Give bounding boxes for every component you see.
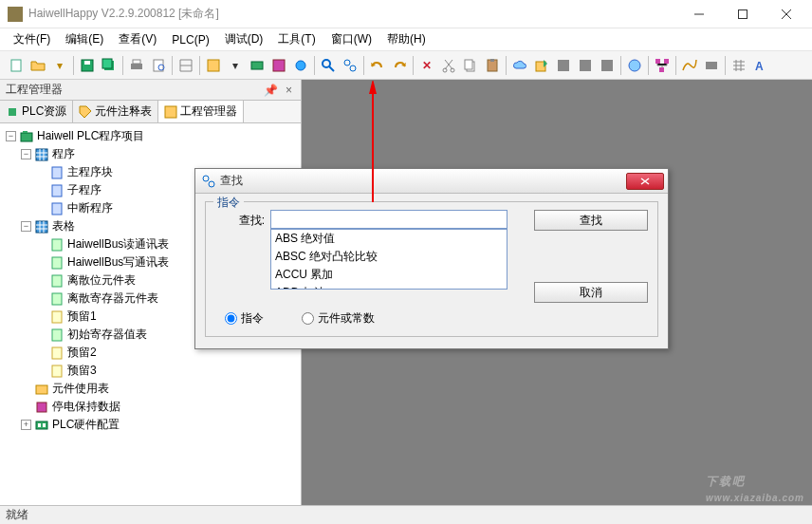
- dialog-close-button[interactable]: [626, 173, 664, 190]
- expander-icon[interactable]: −: [6, 131, 16, 141]
- tree-label: 子程序: [67, 182, 102, 198]
- svg-rect-52: [36, 421, 47, 429]
- tree-hardware[interactable]: +PLC硬件配置: [19, 416, 297, 434]
- svg-rect-46: [52, 311, 62, 323]
- tb-preview[interactable]: [148, 55, 169, 76]
- tab-project-manager[interactable]: 工程管理器: [158, 101, 244, 122]
- tb-curve[interactable]: [679, 55, 700, 76]
- list-item[interactable]: ADD 加法: [271, 284, 507, 290]
- menu-help[interactable]: 帮助(H): [381, 29, 432, 49]
- app-icon: [8, 7, 23, 22]
- menu-edit[interactable]: 编辑(E): [60, 29, 109, 49]
- minimize-button[interactable]: [677, 1, 721, 28]
- find-icon: [201, 174, 216, 189]
- doc-green-icon: [49, 291, 65, 307]
- svg-rect-39: [52, 185, 62, 196]
- list-item[interactable]: ACCU 累加: [271, 266, 507, 284]
- panel-pin-icon[interactable]: 📌: [261, 84, 281, 97]
- tb-block1[interactable]: [553, 55, 574, 76]
- menu-tools[interactable]: 工具(T): [272, 29, 321, 49]
- tab-plc-resource[interactable]: PLC资源: [0, 101, 73, 122]
- expander-icon[interactable]: −: [21, 221, 31, 232]
- tb-delete[interactable]: ✕: [416, 55, 437, 76]
- tb-undo[interactable]: [367, 55, 388, 76]
- cancel-button[interactable]: 取消: [534, 282, 648, 303]
- tb-redo[interactable]: [389, 55, 410, 76]
- tb-findnext[interactable]: [340, 55, 360, 76]
- tb-network[interactable]: [652, 55, 673, 76]
- tb-recent[interactable]: ▾: [49, 55, 70, 76]
- tb-find[interactable]: [318, 55, 339, 76]
- search-input[interactable]: [270, 210, 508, 229]
- tb-online[interactable]: [290, 55, 311, 76]
- svg-rect-38: [52, 167, 62, 178]
- chip-icon: [6, 105, 19, 119]
- tb-compile[interactable]: [203, 55, 224, 76]
- tab-comment-table[interactable]: 元件注释表: [73, 101, 158, 122]
- svg-rect-51: [37, 402, 46, 412]
- svg-rect-28: [655, 59, 660, 64]
- panel-close-icon[interactable]: ×: [283, 84, 295, 97]
- menu-file[interactable]: 文件(F): [8, 29, 56, 49]
- menu-debug[interactable]: 调试(D): [219, 29, 269, 49]
- tb-cut[interactable]: [438, 55, 459, 76]
- tb-save[interactable]: [77, 55, 98, 76]
- tree-usage[interactable]: 元件使用表: [19, 380, 297, 398]
- tb-saveall[interactable]: [99, 55, 120, 76]
- status-text: 就绪: [6, 507, 28, 523]
- tb-open[interactable]: [28, 55, 48, 76]
- tb-copy[interactable]: [460, 55, 481, 76]
- tree-label: 预留1: [67, 309, 97, 325]
- svg-rect-37: [36, 149, 47, 160]
- radio-component[interactable]: 元件或常数: [302, 310, 375, 327]
- tb-grid[interactable]: [729, 55, 749, 76]
- expander-icon[interactable]: +: [21, 420, 31, 430]
- expander-icon[interactable]: −: [21, 149, 31, 159]
- tb-tool1[interactable]: [701, 55, 722, 76]
- tb-block2[interactable]: [575, 55, 596, 76]
- tree-item[interactable]: 预留3: [34, 362, 297, 380]
- tb-monitor[interactable]: [624, 55, 645, 76]
- doc-green-icon: [49, 328, 65, 343]
- tb-new[interactable]: [6, 55, 27, 76]
- tab-label: 元件注释表: [95, 103, 152, 120]
- tree-retain[interactable]: 停电保持数据: [19, 398, 297, 416]
- svg-rect-50: [36, 385, 47, 394]
- menu-plc[interactable]: PLC(P): [166, 31, 214, 48]
- find-button[interactable]: 查找: [534, 210, 648, 231]
- svg-rect-31: [706, 62, 717, 69]
- svg-rect-12: [273, 60, 285, 71]
- dialog-titlebar[interactable]: 查找: [195, 169, 668, 194]
- svg-rect-6: [131, 64, 142, 69]
- tb-upload[interactable]: [268, 55, 289, 76]
- menu-view[interactable]: 查看(V): [113, 29, 162, 49]
- svg-rect-48: [52, 347, 62, 359]
- list-item[interactable]: ABSC 绝对凸轮比较: [271, 248, 507, 266]
- hardware-icon: [34, 418, 49, 433]
- tree-program-group[interactable]: − 程序: [19, 145, 297, 163]
- close-button[interactable]: [765, 1, 808, 28]
- maximize-button[interactable]: [721, 1, 765, 28]
- tree-root[interactable]: − Haiwell PLC程序项目: [4, 127, 297, 145]
- tb-cloud[interactable]: [509, 55, 530, 76]
- list-item[interactable]: ABS 绝对值: [271, 230, 507, 248]
- tb-text[interactable]: A: [750, 55, 771, 76]
- tb-block3[interactable]: [597, 55, 618, 76]
- svg-point-16: [350, 66, 356, 71]
- tb-download[interactable]: [247, 55, 268, 76]
- tree-label: 主程序块: [67, 164, 113, 180]
- radio-instruction[interactable]: 指令: [225, 310, 264, 327]
- toolbar: ▾ ▾ ✕ A: [0, 51, 812, 80]
- svg-rect-8: [154, 60, 163, 71]
- instruction-listbox[interactable]: ABS 绝对值 ABSC 绝对凸轮比较 ACCU 累加 ADD 加法: [270, 229, 508, 290]
- tb-print[interactable]: [126, 55, 147, 76]
- tb-ladder[interactable]: [175, 55, 196, 76]
- panel-tabs: PLC资源 元件注释表 工程管理器: [0, 101, 301, 123]
- tb-paste[interactable]: [482, 55, 503, 76]
- menu-window[interactable]: 窗口(W): [325, 29, 378, 49]
- svg-rect-53: [38, 423, 41, 427]
- svg-text:A: A: [755, 60, 764, 73]
- tb-export[interactable]: [531, 55, 552, 76]
- tb-compile-down[interactable]: ▾: [225, 55, 246, 76]
- svg-rect-3: [84, 61, 90, 65]
